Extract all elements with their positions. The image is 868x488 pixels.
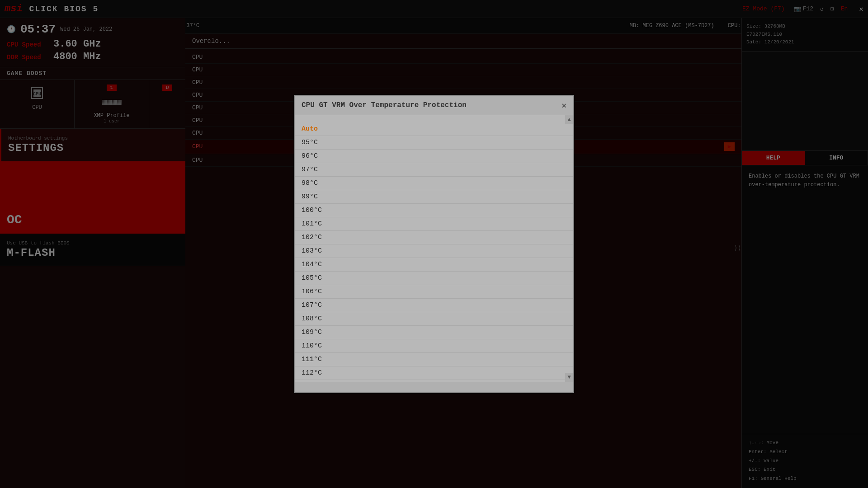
modal-option-9[interactable]: 103°C bbox=[295, 244, 573, 258]
modal-option-11[interactable]: 105°C bbox=[295, 272, 573, 285]
modal-option-16[interactable]: 110°C bbox=[295, 339, 573, 353]
scroll-down-arrow[interactable]: ▼ bbox=[565, 373, 573, 382]
modal-option-10[interactable]: 104°C bbox=[295, 258, 573, 272]
modal-option-19[interactable]: 113°C bbox=[295, 380, 573, 382]
modal-close-button[interactable]: ✕ bbox=[561, 100, 566, 110]
modal-list[interactable]: ▲ Auto95°C96°C97°C98°C99°C100°C101°C102°… bbox=[295, 115, 573, 382]
modal-option-6[interactable]: 100°C bbox=[295, 204, 573, 217]
modal-option-15[interactable]: 109°C bbox=[295, 326, 573, 339]
modal-option-18[interactable]: 112°C bbox=[295, 366, 573, 380]
modal-option-14[interactable]: 108°C bbox=[295, 312, 573, 326]
modal-option-3[interactable]: 97°C bbox=[295, 163, 573, 177]
modal-option-1[interactable]: 95°C bbox=[295, 136, 573, 150]
scroll-up-arrow[interactable]: ▲ bbox=[565, 115, 573, 124]
modal-option-17[interactable]: 111°C bbox=[295, 353, 573, 366]
modal-dialog: CPU GT VRM Over Temperature Protection ✕… bbox=[294, 95, 574, 393]
modal-option-2[interactable]: 96°C bbox=[295, 150, 573, 163]
modal-option-4[interactable]: 98°C bbox=[295, 177, 573, 190]
modal-option-13[interactable]: 107°C bbox=[295, 299, 573, 312]
modal-option-12[interactable]: 106°C bbox=[295, 285, 573, 299]
modal-title: CPU GT VRM Over Temperature Protection bbox=[302, 101, 467, 109]
modal-option-8[interactable]: 102°C bbox=[295, 231, 573, 244]
modal-title-bar: CPU GT VRM Over Temperature Protection ✕ bbox=[295, 96, 573, 115]
modal-overlay: CPU GT VRM Over Temperature Protection ✕… bbox=[0, 0, 868, 488]
modal-items: Auto95°C96°C97°C98°C99°C100°C101°C102°C1… bbox=[295, 115, 573, 382]
modal-option-0[interactable]: Auto bbox=[295, 122, 573, 136]
modal-option-5[interactable]: 99°C bbox=[295, 190, 573, 204]
modal-option-7[interactable]: 101°C bbox=[295, 217, 573, 231]
